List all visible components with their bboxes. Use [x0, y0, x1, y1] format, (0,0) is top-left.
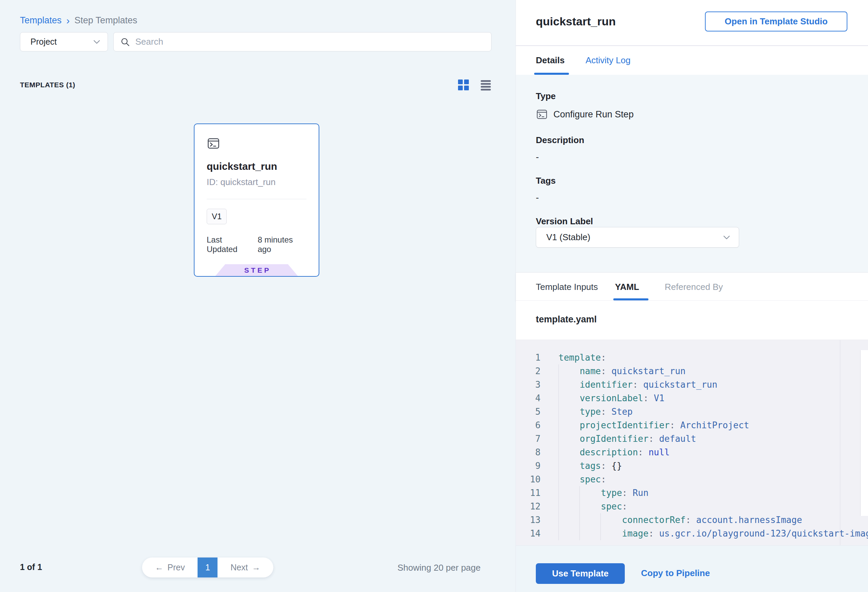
scope-select[interactable]: Project	[20, 32, 108, 52]
tags-value: -	[536, 192, 539, 203]
tab-template-inputs[interactable]: Template Inputs	[536, 273, 598, 301]
arrow-right-icon: →	[252, 562, 260, 572]
next-page-button[interactable]: Next →	[217, 558, 273, 577]
scope-select-value: Project	[31, 37, 57, 47]
tab-activity-log[interactable]: Activity Log	[586, 46, 630, 75]
per-page-label: Showing 20 per page	[397, 562, 493, 573]
last-updated-value: 8 minutes ago	[258, 235, 307, 254]
pagination-control: ← Prev 1 Next →	[142, 558, 273, 577]
yaml-editor[interactable]: 1template:2 name: quickstart_run3 identi…	[516, 340, 868, 545]
detail-title: quickstart_run	[536, 15, 616, 28]
version-label: Version Label	[536, 216, 593, 227]
active-subtab-underline	[613, 298, 648, 300]
tags-label: Tags	[536, 176, 556, 186]
prev-page-button[interactable]: ← Prev	[142, 558, 198, 577]
template-detail-panel: quickstart_run Open in Template Studio D…	[515, 0, 868, 592]
template-card-content: quickstart_run ID: quickstart_run V1 Las…	[195, 124, 319, 276]
yaml-line: 12 spec:	[516, 500, 868, 513]
type-value-row: Configure Run Step	[536, 109, 633, 120]
template-card-title: quickstart_run	[207, 161, 307, 172]
detail-subtabs: Template Inputs YAML Referenced By	[516, 272, 868, 301]
detail-footer: Use Template Copy to Pipeline	[516, 545, 868, 592]
yaml-line: 14 image: us.gcr.io/playground-123/quick…	[516, 527, 868, 540]
search-box	[113, 32, 492, 52]
breadcrumb-templates-link[interactable]: Templates	[20, 15, 62, 26]
yaml-line: 6 projectIdentifier: ArchitProject	[516, 418, 868, 432]
yaml-file-band: template.yaml	[516, 301, 868, 340]
tab-details[interactable]: Details	[536, 46, 565, 75]
use-template-button[interactable]: Use Template	[536, 563, 625, 584]
yaml-line: 4 versionLabel: V1	[516, 391, 868, 405]
run-step-terminal-icon	[207, 137, 220, 150]
version-select-value: V1 (Stable)	[546, 232, 590, 242]
page-number-button[interactable]: 1	[198, 558, 217, 577]
templates-page: Templates › Step Templates Project TEMPL…	[0, 0, 868, 592]
yaml-line: 13 connectorRef: account.harnessImage	[516, 513, 868, 527]
breadcrumb: Templates › Step Templates	[20, 13, 137, 27]
version-select[interactable]: V1 (Stable)	[536, 227, 739, 248]
detail-header: quickstart_run Open in Template Studio	[516, 0, 868, 46]
copy-to-pipeline-link[interactable]: Copy to Pipeline	[641, 568, 710, 579]
template-card-id: ID: quickstart_run	[207, 177, 307, 187]
yaml-line: 2 name: quickstart_run	[516, 364, 868, 378]
yaml-line: 10 spec:	[516, 472, 868, 486]
type-value: Configure Run Step	[554, 109, 633, 120]
yaml-line: 8 description: null	[516, 446, 868, 459]
template-card[interactable]: quickstart_run ID: quickstart_run V1 Las…	[194, 124, 319, 277]
list-view-icon[interactable]	[480, 79, 492, 91]
description-value: -	[536, 152, 539, 162]
last-updated-label: Last Updated	[207, 235, 253, 254]
next-label: Next	[230, 562, 248, 572]
yaml-editor-lines: 1template:2 name: quickstart_run3 identi…	[516, 351, 868, 540]
yaml-line: 7 orgIdentifier: default	[516, 432, 868, 446]
view-toggles	[458, 79, 492, 91]
template-list-panel: Templates › Step Templates Project TEMPL…	[0, 0, 515, 592]
run-step-terminal-icon	[536, 109, 548, 120]
step-type-ribbon: STEP	[216, 264, 298, 276]
templates-count-label: TEMPLATES (1)	[20, 81, 75, 89]
list-header: TEMPLATES (1)	[20, 78, 492, 92]
search-icon	[120, 37, 130, 47]
prev-label: Prev	[167, 562, 185, 572]
grid-view-icon[interactable]	[458, 79, 469, 91]
yaml-line: 3 identifier: quickstart_run	[516, 378, 868, 391]
description-label: Description	[536, 135, 584, 145]
editor-minimap-scrollbar[interactable]	[860, 350, 868, 516]
tab-yaml[interactable]: YAML	[615, 273, 639, 301]
open-in-template-studio-button[interactable]: Open in Template Studio	[705, 12, 847, 31]
detail-tabs: Details Activity Log	[516, 46, 868, 75]
page-summary: 1 of 1	[20, 562, 42, 572]
yaml-line: 1template:	[516, 351, 868, 364]
yaml-line: 5 type: Step	[516, 405, 868, 418]
yaml-line: 11 type: Run	[516, 486, 868, 500]
breadcrumb-current: Step Templates	[74, 15, 137, 26]
tab-referenced-by[interactable]: Referenced By	[665, 273, 723, 301]
yaml-file-name: template.yaml	[536, 314, 597, 325]
type-label: Type	[536, 91, 556, 102]
chevron-down-icon	[723, 235, 730, 239]
chevron-down-icon	[93, 40, 100, 44]
search-input[interactable]	[135, 37, 484, 47]
details-section: Type Configure Run Step Description - Ta…	[516, 75, 868, 272]
chevron-right-icon: ›	[66, 16, 70, 25]
last-updated-row: Last Updated 8 minutes ago	[207, 235, 307, 254]
yaml-line: 9 tags: {}	[516, 459, 868, 472]
arrow-left-icon: ←	[155, 562, 163, 572]
version-badge[interactable]: V1	[207, 209, 227, 224]
